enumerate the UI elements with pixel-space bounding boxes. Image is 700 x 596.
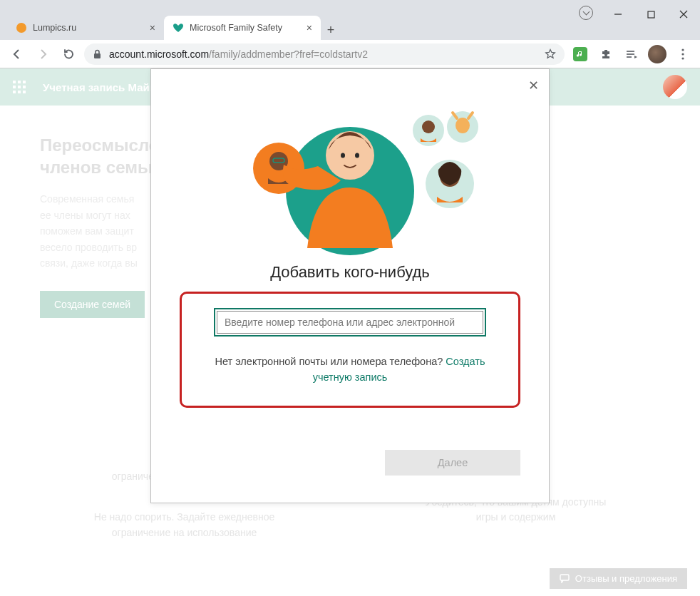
svg-point-9 [681,48,684,51]
favicon-family-safety [173,22,184,34]
dialog-illustration [171,81,529,259]
forward-button[interactable] [33,44,53,64]
extensions-icon[interactable] [596,44,616,64]
svg-point-22 [455,118,470,133]
address-bar[interactable]: account.microsoft.com/family/addmember?f… [84,43,565,65]
lock-icon [93,49,102,59]
close-icon[interactable]: × [150,22,155,34]
svg-point-20 [422,120,435,133]
highlight-annotation: Нет электронной почты или номера телефон… [180,292,520,408]
contact-input[interactable] [217,311,483,334]
close-window-button[interactable] [667,4,700,25]
helper-text: Нет электронной почты или номера телефон… [197,354,503,386]
tab-title: Microsoft Family Safety [190,23,282,33]
svg-point-17 [341,153,345,158]
svg-point-18 [355,153,359,158]
extension-music-icon[interactable] [570,44,590,64]
media-icon[interactable] [622,44,642,64]
profile-avatar[interactable] [647,44,667,64]
svg-rect-2 [648,11,654,18]
tab-lumpics[interactable]: Lumpics.ru × [7,16,164,40]
add-member-dialog: ✕ [150,68,550,503]
url-text: account.microsoft.com/family/addmember?f… [109,48,537,60]
svg-rect-25 [560,575,569,580]
reload-button[interactable] [58,44,78,64]
save-page-icon[interactable] [579,6,593,20]
tab-family-safety[interactable]: Microsoft Family Safety × [164,16,321,40]
svg-point-16 [326,131,374,180]
star-icon[interactable] [545,48,556,60]
svg-rect-5 [94,53,101,58]
close-icon[interactable]: × [307,22,312,34]
svg-point-10 [681,53,684,55]
browser-tabstrip: Lumpics.ru × Microsoft Family Safety × + [0,11,700,40]
dialog-title: Добавить кого-нибудь [171,263,529,282]
new-tab-button[interactable]: + [321,20,341,40]
browser-toolbar: account.microsoft.com/family/addmember?f… [0,40,700,68]
menu-button[interactable] [673,44,693,64]
close-dialog-button[interactable]: ✕ [528,78,539,93]
favicon-lumpics [16,22,27,34]
feedback-button[interactable]: Отзывы и предложения [550,568,687,589]
next-button[interactable]: Далее [385,450,520,476]
back-button[interactable] [7,44,27,64]
svg-point-0 [16,23,26,33]
svg-point-11 [681,57,684,59]
maximize-button[interactable] [634,4,667,25]
tab-title: Lumpics.ru [33,23,76,33]
minimize-button[interactable] [602,4,634,25]
